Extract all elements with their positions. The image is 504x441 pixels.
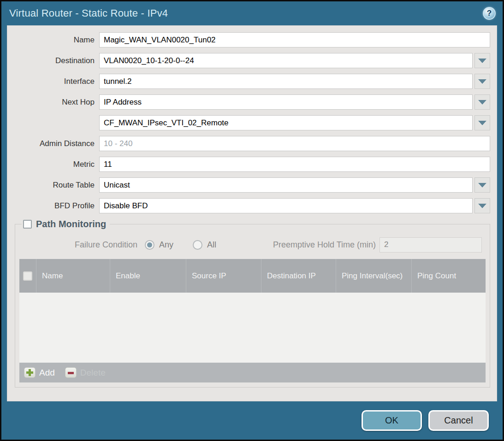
destination-dropdown-button[interactable] xyxy=(474,53,490,68)
chevron-down-icon xyxy=(478,79,486,84)
route-table-input[interactable] xyxy=(99,177,473,193)
failure-condition-row: Failure Condition Any All Preemptive Hol… xyxy=(19,229,486,256)
column-header-name[interactable]: Name xyxy=(36,259,110,293)
chevron-down-icon xyxy=(478,121,486,125)
form-row-next-hop-address xyxy=(7,115,490,130)
failure-condition-label: Failure Condition xyxy=(75,240,137,250)
path-monitoring-title: Path Monitoring xyxy=(36,219,106,229)
chevron-down-icon xyxy=(478,204,486,208)
select-all-checkbox[interactable] xyxy=(23,271,32,281)
failure-condition-any-label: Any xyxy=(159,240,173,250)
next-hop-type-dropdown-button[interactable] xyxy=(474,94,490,110)
select-all-cell xyxy=(19,259,36,293)
table-header: Name Enable Source IP Destination IP Pin… xyxy=(19,259,486,293)
form-row-destination: Destination xyxy=(7,53,490,68)
form-row-metric: Metric xyxy=(7,157,490,172)
minus-icon xyxy=(65,367,77,378)
form-row-route-table: Route Table xyxy=(7,177,490,193)
route-table-dropdown-button[interactable] xyxy=(474,177,490,193)
path-monitoring-table: Name Enable Source IP Destination IP Pin… xyxy=(19,259,486,382)
column-header-source-ip[interactable]: Source IP xyxy=(186,259,261,293)
destination-label: Destination xyxy=(7,56,99,65)
path-monitoring-checkbox[interactable] xyxy=(23,220,32,229)
route-table-label: Route Table xyxy=(7,181,99,190)
delete-button[interactable]: Delete xyxy=(65,367,106,378)
table-toolbar: Add Delete xyxy=(19,363,486,382)
destination-input[interactable] xyxy=(99,53,473,68)
path-monitoring-section: Path Monitoring Failure Condition Any Al… xyxy=(15,219,490,388)
name-label: Name xyxy=(7,35,99,45)
dialog-content: Name Destination Interface Next Hop xyxy=(7,25,497,401)
failure-condition-all-radio[interactable] xyxy=(193,240,202,250)
form-row-admin-distance: Admin Distance xyxy=(7,136,490,151)
add-button[interactable]: Add xyxy=(24,367,55,378)
dialog-button-bar: OK Cancel xyxy=(1,401,503,440)
preemptive-hold-time-label: Preemptive Hold Time (min) xyxy=(273,240,376,250)
interface-dropdown-button[interactable] xyxy=(474,74,490,89)
path-monitoring-legend: Path Monitoring xyxy=(22,219,110,229)
column-header-destination-ip[interactable]: Destination IP xyxy=(261,259,336,293)
next-hop-address-input[interactable] xyxy=(99,115,473,130)
name-input[interactable] xyxy=(99,32,490,47)
title-bar: Virtual Router - Static Route - IPv4 ? xyxy=(1,1,503,25)
help-icon[interactable]: ? xyxy=(483,7,496,20)
metric-label: Metric xyxy=(7,160,99,169)
bfd-profile-label: BFD Profile xyxy=(7,201,99,211)
interface-label: Interface xyxy=(7,77,99,86)
failure-condition-all-label: All xyxy=(207,240,216,250)
table-body-empty xyxy=(19,293,486,363)
metric-input[interactable] xyxy=(99,157,490,172)
admin-distance-label: Admin Distance xyxy=(7,139,99,148)
next-hop-type-input[interactable] xyxy=(99,94,473,110)
admin-distance-input[interactable] xyxy=(99,136,490,151)
bfd-profile-dropdown-button[interactable] xyxy=(474,198,490,213)
interface-input[interactable] xyxy=(99,74,473,89)
column-header-ping-count[interactable]: Ping Count xyxy=(411,259,486,293)
cancel-button[interactable]: Cancel xyxy=(428,410,489,431)
next-hop-label: Next Hop xyxy=(7,98,99,107)
column-header-ping-interval[interactable]: Ping Interval(sec) xyxy=(336,259,411,293)
column-header-enable[interactable]: Enable xyxy=(110,259,186,293)
delete-button-label: Delete xyxy=(80,368,106,378)
failure-condition-any-radio[interactable] xyxy=(145,240,154,250)
preemptive-hold-time-input[interactable] xyxy=(379,237,482,253)
form-row-interface: Interface xyxy=(7,74,490,89)
form-row-bfd-profile: BFD Profile xyxy=(7,198,490,213)
static-route-dialog: Virtual Router - Static Route - IPv4 ? N… xyxy=(0,0,504,441)
form-row-next-hop: Next Hop xyxy=(7,94,490,110)
chevron-down-icon xyxy=(478,59,486,63)
bfd-profile-input[interactable] xyxy=(99,198,473,213)
chevron-down-icon xyxy=(478,183,486,188)
add-button-label: Add xyxy=(39,368,55,378)
chevron-down-icon xyxy=(478,100,486,105)
next-hop-address-dropdown-button[interactable] xyxy=(474,115,490,130)
plus-icon xyxy=(24,367,36,378)
form-row-name: Name xyxy=(7,32,490,47)
ok-button[interactable]: OK xyxy=(362,410,422,431)
dialog-title: Virtual Router - Static Route - IPv4 xyxy=(9,7,168,19)
